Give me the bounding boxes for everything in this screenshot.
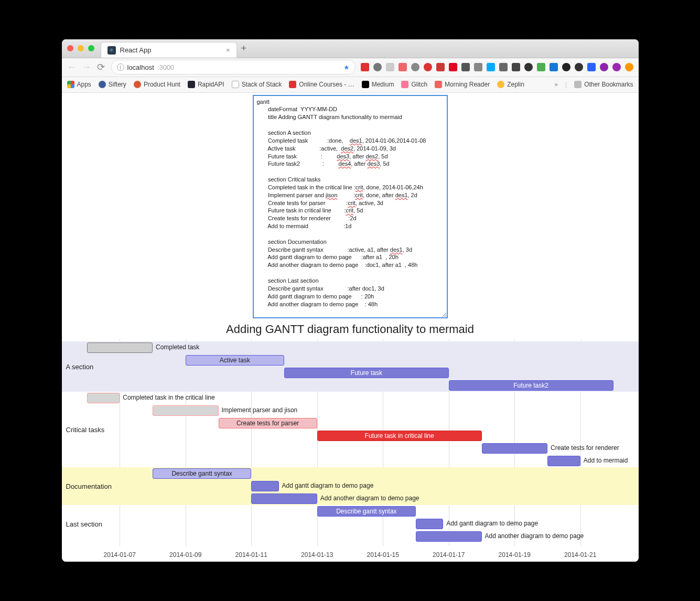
- gantt-task-bar[interactable]: [251, 481, 278, 491]
- extension-icons: [361, 63, 633, 71]
- bookmark-icon: [232, 81, 239, 88]
- window-controls: [67, 45, 94, 51]
- bookmark-item[interactable]: Glitch: [401, 81, 427, 88]
- gantt-task-bar[interactable]: [153, 405, 219, 416]
- browser-window: ⚛ React App × + ← → ⟳ i localhost:3000 ★: [62, 39, 639, 562]
- ext-icon[interactable]: [487, 63, 495, 71]
- bookmark-icon: [401, 81, 408, 88]
- ext-icon[interactable]: [524, 63, 533, 71]
- minimize-window-button[interactable]: [78, 45, 84, 51]
- window-titlebar: ⚛ React App × +: [62, 39, 639, 58]
- ext-icon[interactable]: [461, 63, 470, 71]
- axis-tick-label: 2014-01-17: [433, 551, 465, 559]
- warning-icon[interactable]: [625, 63, 633, 71]
- bookmark-item[interactable]: Stack of Stack: [232, 81, 282, 88]
- folder-icon: [574, 81, 581, 88]
- ext-icon[interactable]: [424, 63, 432, 71]
- ext-icon[interactable]: [587, 63, 596, 71]
- ext-icon[interactable]: [436, 63, 445, 71]
- axis-tick-label: 2014-01-11: [235, 551, 267, 559]
- other-bookmarks-button[interactable]: Other Bookmarks: [574, 81, 633, 88]
- bookmark-item[interactable]: Online Courses - …: [289, 81, 354, 88]
- gantt-task-bar[interactable]: Future task: [284, 368, 449, 378]
- bookmark-icon: [99, 81, 106, 88]
- ext-icon[interactable]: [411, 63, 419, 71]
- gantt-task-bar[interactable]: [547, 456, 580, 466]
- ext-icon[interactable]: [537, 63, 545, 71]
- address-bar[interactable]: i localhost:3000 ★: [111, 60, 356, 74]
- bookmark-item[interactable]: RapidAPI: [188, 81, 224, 88]
- gantt-task-label: Completed task in the critical line: [123, 394, 214, 401]
- browser-tab[interactable]: ⚛ React App ×: [101, 42, 237, 58]
- gantt-task-label: Add another diagram to demo page: [320, 495, 419, 502]
- gantt-task-label: Add gantt diagram to demo page: [282, 482, 374, 489]
- gantt-task-label: Add to mermaid: [584, 457, 628, 464]
- bookmark-icon: [289, 81, 296, 88]
- url-host: localhost: [127, 63, 154, 71]
- bookmark-icon: [188, 81, 195, 88]
- axis-tick-label: 2014-01-09: [169, 551, 201, 559]
- gantt-chart: 2014-01-072014-01-092014-01-112014-01-13…: [62, 339, 639, 562]
- bookmark-item[interactable]: Siftery: [99, 81, 126, 88]
- ext-icon[interactable]: [361, 63, 369, 71]
- bookmark-item[interactable]: Product Hunt: [134, 81, 180, 88]
- axis-tick-label: 2014-01-13: [301, 551, 333, 559]
- gantt-task-label: Add another diagram to demo page: [485, 532, 584, 540]
- ext-icon[interactable]: [449, 63, 457, 71]
- apps-icon: [67, 81, 74, 88]
- section-label: Critical tasks: [66, 426, 105, 434]
- gantt-task-bar[interactable]: Describe gantt syntax: [153, 468, 251, 479]
- gantt-task-label: Create tests for renderer: [551, 444, 619, 452]
- bookmarks-overflow-icon[interactable]: »: [554, 81, 558, 88]
- ext-icon[interactable]: [562, 63, 570, 71]
- ext-icon[interactable]: [399, 63, 407, 71]
- gantt-task-bar[interactable]: Future task2: [449, 380, 613, 391]
- gantt-task-bar[interactable]: [87, 393, 120, 403]
- gantt-task-label: Add gantt diagram to demo page: [446, 520, 538, 527]
- apps-button[interactable]: Apps: [67, 81, 91, 88]
- axis-tick-label: 2014-01-07: [104, 551, 136, 559]
- section-label: Last section: [66, 520, 102, 528]
- ext-icon[interactable]: [474, 63, 482, 71]
- bookmark-item[interactable]: Morning Reader: [435, 81, 490, 88]
- gantt-task-bar[interactable]: Future task in critical line: [317, 431, 482, 441]
- bookmark-icon: [497, 81, 504, 88]
- browser-toolbar: ← → ⟳ i localhost:3000 ★: [62, 58, 639, 77]
- gantt-task-bar[interactable]: Active task: [186, 355, 284, 366]
- bookmark-item[interactable]: Medium: [362, 81, 394, 88]
- gantt-task-bar[interactable]: [251, 493, 317, 504]
- tab-title: React App: [120, 46, 152, 54]
- gantt-task-bar[interactable]: [416, 519, 443, 529]
- new-tab-button[interactable]: +: [241, 43, 247, 54]
- axis-tick-label: 2014-01-21: [564, 551, 596, 559]
- ext-icon[interactable]: [373, 63, 382, 71]
- close-window-button[interactable]: [67, 45, 73, 51]
- maximize-window-button[interactable]: [88, 45, 94, 51]
- ext-icon[interactable]: [600, 63, 608, 71]
- url-port: :3000: [157, 63, 175, 71]
- bookmarks-bar: Apps Siftery Product Hunt RapidAPI Stack…: [62, 77, 639, 93]
- site-info-icon[interactable]: i: [117, 63, 124, 71]
- ext-icon[interactable]: [386, 63, 394, 71]
- ext-icon[interactable]: [550, 63, 558, 71]
- react-favicon-icon: ⚛: [107, 46, 116, 55]
- forward-button[interactable]: →: [82, 62, 91, 73]
- avatar-icon[interactable]: [612, 63, 621, 71]
- tab-close-icon[interactable]: ×: [226, 46, 230, 54]
- bookmark-item[interactable]: Zeplin: [497, 81, 524, 88]
- mermaid-source-textarea[interactable]: gantt dateFormat YYYY-MM-DD title Adding…: [253, 95, 448, 319]
- ext-icon[interactable]: [499, 63, 508, 71]
- ext-icon[interactable]: [575, 63, 583, 71]
- ext-icon[interactable]: [512, 63, 520, 71]
- gantt-task-bar[interactable]: [416, 531, 482, 542]
- gantt-task-bar[interactable]: [87, 342, 153, 353]
- gantt-task-bar[interactable]: [482, 443, 548, 454]
- bookmark-star-icon[interactable]: ★: [343, 63, 350, 71]
- bookmark-icon: [435, 81, 442, 88]
- gantt-task-bar[interactable]: Create tests for parser: [219, 418, 317, 428]
- gantt-task-bar[interactable]: Describe gantt syntax: [317, 506, 416, 517]
- bookmark-icon: [362, 81, 369, 88]
- section-label: A section: [66, 363, 94, 371]
- back-button[interactable]: ←: [67, 62, 77, 73]
- reload-button[interactable]: ⟳: [96, 61, 106, 73]
